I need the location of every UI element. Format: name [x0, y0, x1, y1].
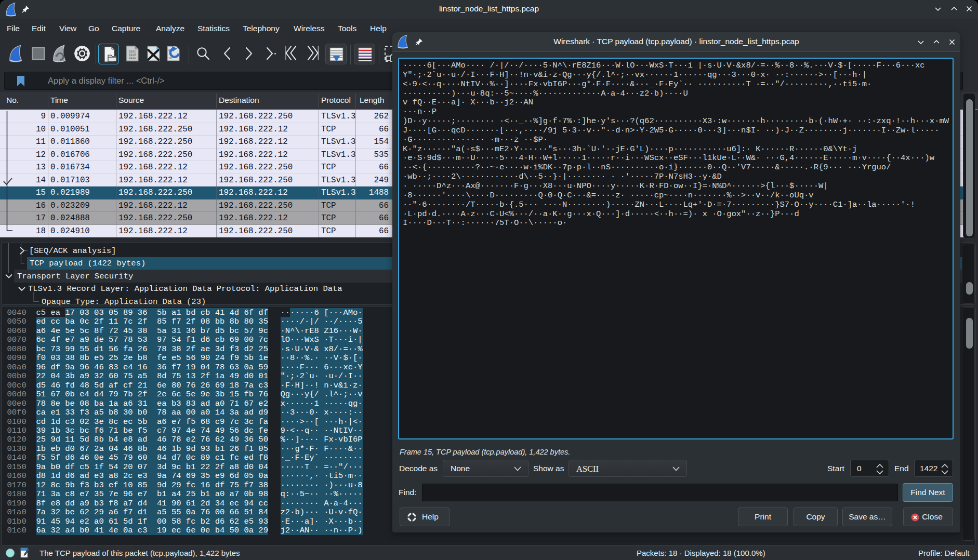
- svg-text:10: 10: [168, 57, 172, 60]
- svg-text:0111: 0111: [129, 56, 136, 60]
